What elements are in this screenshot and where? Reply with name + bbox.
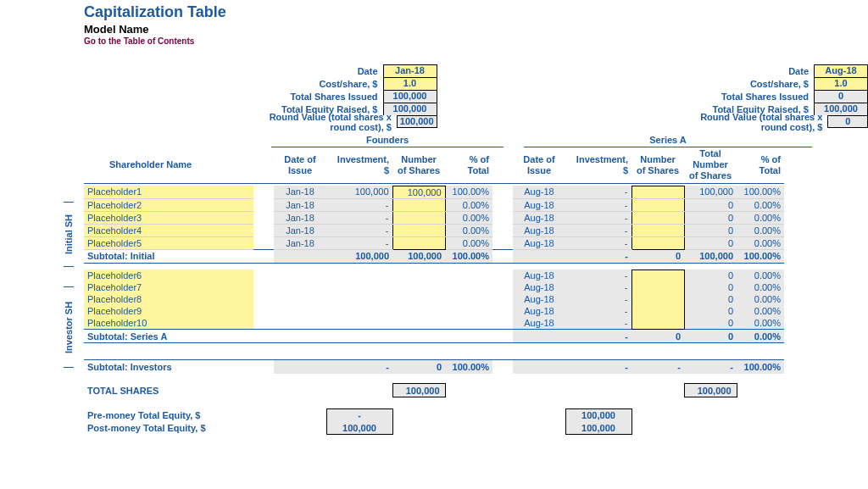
pre-money-equity: Pre-money Total Equity, $ - 100,000 [84, 409, 784, 422]
table-row[interactable]: Placeholder7 Aug-18- 00.00% [84, 281, 784, 293]
founders-round: 100,000 [397, 115, 437, 128]
label-date: Date [358, 66, 383, 76]
col-shareholder: Shareholder Name [84, 147, 253, 183]
table-row[interactable]: Placeholder1 Jan-18100,000 100,000100.00… [84, 186, 784, 198]
col-date-a: Date of Issue [513, 147, 565, 183]
col-shares-f: Number of Shares [392, 147, 445, 183]
post-money-equity: Post-money Total Equity, $ 100,000 100,0… [84, 422, 784, 435]
table-row[interactable]: Placeholder4 Jan-18- 0.00% Aug-18- 00.00… [84, 224, 784, 236]
toc-link[interactable]: Go to the Table of Contents [84, 36, 868, 46]
seriesa-round: 0 [827, 115, 868, 128]
subtotal-investors: Subtotal: Investors -0100.00% ---100.00% [84, 360, 784, 374]
founders-heading: Founders [271, 133, 504, 147]
seriesa-shares: 0 [814, 90, 868, 103]
label-round-a: Round Value (total shares x round cost),… [686, 112, 828, 132]
table-row[interactable]: Placeholder6 Aug-18- 00.00% [84, 270, 784, 281]
founders-cost[interactable]: 1.0 [383, 77, 437, 90]
model-name: Model Name [84, 23, 868, 36]
label-shares: Total Shares Issued [290, 92, 382, 102]
investor-sh-label: Investor SH [64, 286, 74, 368]
col-totshares-a: Total Number of Shares [684, 147, 737, 183]
table-row[interactable]: Placeholder9 Aug-18- 00.00% [84, 305, 784, 317]
label-shares-a: Total Shares Issued [721, 92, 814, 102]
col-pct-a: % of Total [737, 147, 784, 183]
seriesa-heading: Series A [524, 133, 812, 147]
col-inv-f: Investment, $ [326, 147, 392, 183]
table-row[interactable]: Placeholder3 Jan-18- 0.00% Aug-18- 00.00… [84, 211, 784, 224]
subtotal-seriesa: Subtotal: Series A -000.00% [84, 330, 784, 343]
page-title: Capitalization Table [84, 3, 868, 21]
table-row[interactable]: Placeholder5 Jan-18- 0.00% Aug-18- 00.00… [84, 236, 784, 249]
initial-sh-label: Initial SH [64, 202, 74, 267]
label-cost: Cost/share, $ [319, 79, 382, 89]
table-row[interactable]: Placeholder2 Jan-18- 0.00% Aug-18- 00.00… [84, 198, 784, 211]
founders-shares: 100,000 [383, 90, 437, 103]
founders-date[interactable]: Jan-18 [383, 64, 437, 77]
col-shares-a: Number of Shares [632, 147, 684, 183]
label-round: Round Value (total shares x round cost),… [254, 112, 397, 132]
label-date-a: Date [788, 66, 814, 76]
table-row[interactable]: Placeholder10 Aug-18- 00.00% [84, 317, 784, 330]
subtotal-initial: Subtotal: Initial 100,000100,000100.00% … [84, 249, 784, 263]
total-shares: TOTAL SHARES 100,000 100,000 [84, 384, 784, 397]
cap-table: Shareholder Name Date of Issue Investmen… [84, 147, 784, 435]
col-inv-a: Investment, $ [565, 147, 632, 183]
col-date-f: Date of Issue [274, 147, 326, 183]
seriesa-date[interactable]: Aug-18 [814, 64, 868, 77]
col-pct-f: % of Total [445, 147, 492, 183]
label-cost-a: Cost/share, $ [750, 79, 814, 89]
table-row[interactable]: Placeholder8 Aug-18- 00.00% [84, 293, 784, 305]
seriesa-cost[interactable]: 1.0 [814, 77, 868, 90]
